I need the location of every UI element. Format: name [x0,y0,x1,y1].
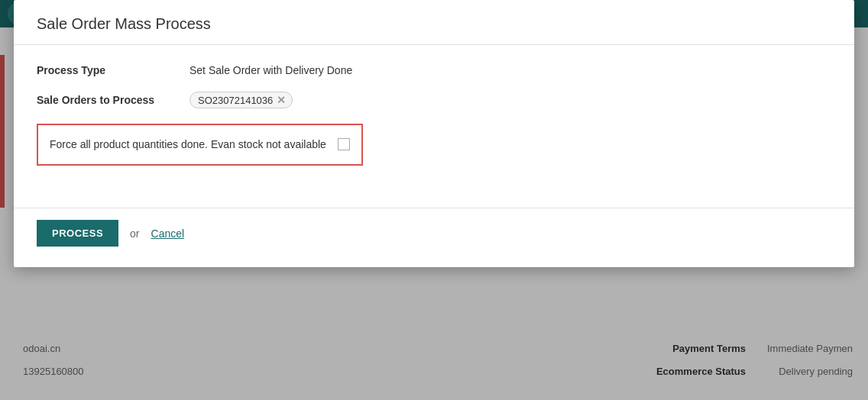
force-quantities-checkbox[interactable] [338,138,350,150]
sale-order-tag[interactable]: SO23072141036 ✕ [189,92,293,108]
modal-body: Process Type Set Sale Order with Deliver… [14,45,854,208]
footer-or-text: or [130,227,139,240]
cancel-button[interactable]: Cancel [151,227,185,240]
tag-remove-icon[interactable]: ✕ [277,94,286,106]
tag-label: SO23072141036 [198,95,273,106]
modal-title: Sale Order Mass Process [37,15,831,33]
process-type-row: Process Type Set Sale Order with Deliver… [37,64,831,76]
force-quantities-label: Force all product quantities done. Evan … [50,137,326,153]
force-quantities-section: Force all product quantities done. Evan … [37,124,363,166]
modal-overlay: Sale Order Mass Process Process Type Set… [0,0,868,400]
sale-orders-value: SO23072141036 ✕ [189,92,293,108]
modal-header: Sale Order Mass Process [14,0,854,45]
process-button[interactable]: PROCESS [37,220,118,247]
process-type-label: Process Type [37,64,189,76]
process-type-value: Set Sale Order with Delivery Done [189,64,352,76]
modal-dialog: Sale Order Mass Process Process Type Set… [14,0,854,267]
sale-orders-row: Sale Orders to Process SO23072141036 ✕ [37,92,831,108]
sale-orders-label: Sale Orders to Process [37,94,189,106]
modal-footer: PROCESS or Cancel [14,208,854,266]
